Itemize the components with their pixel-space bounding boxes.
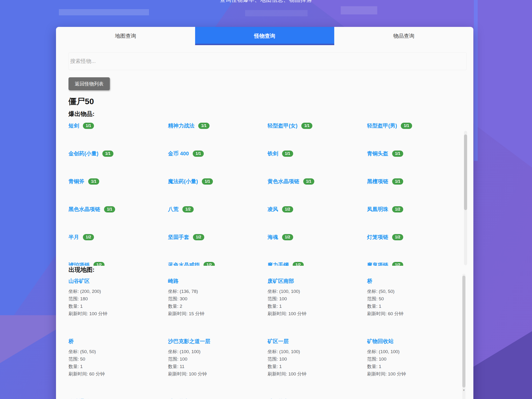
monster-name: 僵尸50 <box>69 96 467 107</box>
search-input[interactable] <box>69 52 467 70</box>
map-coordinates: 坐标: (200, 200) <box>69 288 168 295</box>
drop-item: 黄色水晶项链1/1 <box>268 175 367 185</box>
map-refresh-time: 刷新时间: 100 分钟 <box>268 310 367 317</box>
map-count: 数量: 1 <box>69 363 168 370</box>
map-range: 范围: 100 <box>367 355 467 363</box>
drop-name-link[interactable]: 青铜头盔 <box>367 150 388 157</box>
tab-item-query[interactable]: 物品查询 <box>334 27 473 45</box>
drop-name-link[interactable]: 灯笼项链 <box>367 234 388 241</box>
drops-scrollbar-thumb[interactable] <box>464 134 467 210</box>
map-coordinates: 坐标: (100, 100) <box>268 348 367 355</box>
drop-name-link[interactable]: 金币 400 <box>168 150 189 157</box>
drop-item: 蓝色水晶戒指1/2 <box>168 259 267 266</box>
drop-item: 琥珀项链1/2 <box>69 259 168 266</box>
drop-rate-badge: 1/1 <box>83 123 94 129</box>
map-count: 数量: 1 <box>367 302 467 310</box>
drop-item: 灯笼项链1/2 <box>367 231 467 241</box>
map-count: 数量: 1 <box>367 363 467 370</box>
drop-name-link[interactable]: 半月 <box>69 234 79 241</box>
map-range: 范围: 100 <box>268 355 367 363</box>
tab-monster-query[interactable]: 怪物查询 <box>195 27 334 45</box>
map-range: 范围: 180 <box>69 295 168 302</box>
drop-rate-badge: 1/1 <box>392 150 403 157</box>
drop-name-link[interactable]: 轻型盔甲(男) <box>367 122 397 129</box>
maps-grid: 山谷矿区坐标: (200, 200)范围: 180数量: 1刷新时间: 100 … <box>69 278 467 399</box>
drop-rate-badge: 1/1 <box>282 150 293 157</box>
map-name-link[interactable]: 废矿区南部 <box>268 278 294 285</box>
drop-name-link[interactable]: 凌风 <box>268 206 278 213</box>
map-name-link[interactable]: 矿物回收站 <box>367 338 394 345</box>
maps-scrollbar-thumb[interactable] <box>462 276 465 387</box>
back-to-monster-list-button[interactable]: 返回怪物列表 <box>69 77 110 90</box>
drop-item: 黑檀项链1/1 <box>367 175 467 185</box>
drop-item: 海魂1/2 <box>268 231 367 241</box>
map-name-link[interactable]: 沙巴克影之道一层 <box>168 338 210 345</box>
drop-rate-badge: 1/2 <box>94 262 105 266</box>
map-card: 沙巴克影之道一层坐标: (100, 100)范围: 100数量: 11刷新时间:… <box>168 338 267 378</box>
map-name-link[interactable]: 连接通道 <box>69 398 90 399</box>
drop-rate-badge: 1/2 <box>392 262 403 266</box>
drop-item: 精神力战法1/1 <box>168 120 267 129</box>
maps-heading: 出现地图: <box>69 266 467 274</box>
map-name-link[interactable]: 桥 <box>69 338 74 345</box>
drop-rate-badge: 1/2 <box>282 206 293 212</box>
drop-name-link[interactable]: 黄色水晶项链 <box>268 178 299 185</box>
drop-rate-badge: 1/2 <box>282 234 293 240</box>
drop-name-link[interactable]: 黑色水晶项链 <box>69 206 100 213</box>
map-name-link[interactable]: 矿区一层 <box>268 338 289 345</box>
drop-name-link[interactable]: 青铜斧 <box>69 178 84 185</box>
background-strip <box>341 6 377 14</box>
map-range: 范围: 300 <box>168 295 267 302</box>
drop-name-link[interactable]: 黑檀项链 <box>367 178 388 185</box>
map-name-link[interactable]: 香石墓穴 <box>268 398 289 399</box>
map-range: 范围: 100 <box>268 295 367 302</box>
map-refresh-time: 刷新时间: 60 分钟 <box>69 370 168 378</box>
map-count: 数量: 1 <box>268 363 367 370</box>
map-coordinates: 坐标: (100, 100) <box>367 348 467 355</box>
drop-name-link[interactable]: 短剑 <box>69 122 79 129</box>
drop-name-link[interactable]: 琥珀项链 <box>69 262 90 266</box>
drop-name-link[interactable]: 蓝色水晶戒指 <box>168 262 200 266</box>
drop-rate-badge: 1/2 <box>293 262 304 266</box>
drop-item: 短剑1/1 <box>69 120 168 129</box>
drop-item: 魔法药(小量)1/1 <box>168 175 267 185</box>
map-card: 香石墓穴 <box>168 398 267 399</box>
drop-name-link[interactable]: 铁剑 <box>268 150 278 157</box>
drop-name-link[interactable]: 海魂 <box>268 234 278 241</box>
map-name-link[interactable]: 山谷矿区 <box>69 278 90 285</box>
map-name-link[interactable]: 桥 <box>367 278 373 285</box>
drop-rate-badge: 1/1 <box>392 178 403 185</box>
map-range: 范围: 50 <box>367 295 467 302</box>
map-card: 香石墓穴 <box>268 398 367 399</box>
drop-item: 半月1/2 <box>69 231 168 241</box>
map-count: 数量: 1 <box>268 302 367 310</box>
tab-map-query[interactable]: 地图查询 <box>56 27 195 45</box>
map-card: 桥坐标: (50, 50)范围: 50数量: 1刷新时间: 60 分钟 <box>367 278 467 317</box>
map-refresh-time: 刷新时间: 100 分钟 <box>268 370 367 378</box>
map-refresh-time: 刷新时间: 100 分钟 <box>168 370 267 378</box>
drop-rate-badge: 1/2 <box>203 262 215 266</box>
drop-name-link[interactable]: 魔鬼项链 <box>367 262 388 266</box>
drop-name-link[interactable]: 精神力战法 <box>168 122 194 129</box>
drop-name-link[interactable]: 魔力手镯 <box>268 262 289 266</box>
drop-name-link[interactable]: 八荒 <box>168 206 178 213</box>
drop-item: 青铜斧1/1 <box>69 175 168 185</box>
drop-item: 青铜头盔1/1 <box>367 148 467 157</box>
drops-grid: 短剑1/1精神力战法1/1轻型盔甲(女)1/1轻型盔甲(男)1/1金创药(小量)… <box>69 120 467 266</box>
map-card: 废矿区南部坐标: (100, 100)范围: 100数量: 1刷新时间: 100… <box>268 278 367 317</box>
drop-name-link[interactable]: 凤凰明珠 <box>367 206 388 213</box>
map-card: 桥坐标: (50, 50)范围: 50数量: 1刷新时间: 60 分钟 <box>69 338 168 378</box>
drop-name-link[interactable]: 坚固手套 <box>168 234 189 241</box>
tab-bar: 地图查询 怪物查询 物品查询 <box>56 27 473 45</box>
drop-item: 金币 4001/1 <box>168 148 267 157</box>
map-coordinates: 坐标: (100, 100) <box>268 288 367 295</box>
drop-rate-badge: 1/1 <box>193 150 204 157</box>
drop-name-link[interactable]: 魔法药(小量) <box>168 178 198 185</box>
drop-item: 黑色水晶项链1/1 <box>69 203 168 213</box>
map-name-link[interactable]: 香石墓穴 <box>168 398 189 399</box>
map-name-link[interactable]: 崎路 <box>168 278 178 285</box>
drop-rate-badge: 1/1 <box>198 123 209 129</box>
drop-rate-badge: 1/1 <box>303 178 314 185</box>
drop-name-link[interactable]: 金创药(小量) <box>69 150 99 157</box>
drop-name-link[interactable]: 轻型盔甲(女) <box>268 122 298 129</box>
